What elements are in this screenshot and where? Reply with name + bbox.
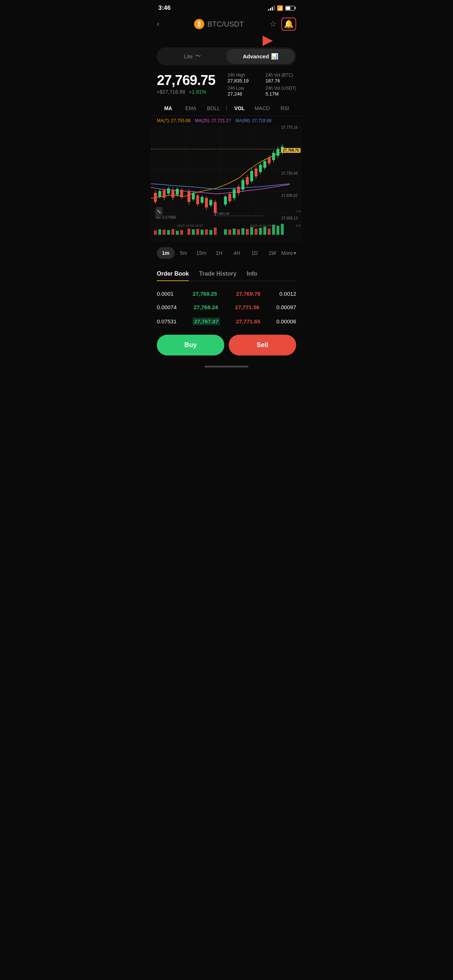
price-section: 27,769.75 ≈$27,716.98 +1.81% 24h High 27… [151,70,302,101]
svg-rect-73 [187,229,190,235]
low-stat: 24h Low 27,246 [228,86,258,97]
indicator-tabs: MA EMA BOLL VOL MACD RSI [151,101,302,116]
svg-rect-88 [259,228,262,235]
ma7-legend: MA(7): 27,755.68 [157,118,190,123]
status-bar: 3:46 📶 [151,0,302,14]
order-qty-right: 0.00097 [276,304,296,310]
btc-logo: ₿ [194,19,204,29]
header: ‹ ₿ BTC/USDT ☆ 🔔 [151,14,302,35]
svg-rect-69 [167,230,170,235]
vol-min: 0.0 [296,224,301,228]
tf-more-button[interactable]: More ▾ [281,250,296,256]
status-time: 3:46 [158,5,171,12]
time-label-2: 2023-10-04 15:30 [250,224,276,228]
lite-label: Lite [184,53,193,59]
svg-rect-85 [246,229,249,235]
ma99-label: MA(99): [235,118,251,123]
tab-info[interactable]: Info [247,267,263,281]
order-bid: 27,768.25 [193,291,217,297]
order-qty-left: 0.0001 [157,291,174,297]
vol-axis: 1.4 0.0 [296,209,301,228]
high-label: 24h High [228,73,258,78]
price-sub: ≈$27,716.98 +1.81% [157,89,215,95]
chart-area[interactable]: 27,661.55 27,775.16 27,76 [151,126,302,242]
vol-btc-value: 187.76 [266,78,296,83]
tf-1m[interactable]: 1m [157,247,175,259]
vol-usdt-label: 24h Vol (USDT) [266,86,296,91]
price-stats: 24h High 27,835.19 24h Vol (BTC) 187.76 … [228,73,296,97]
svg-rect-79 [214,228,217,235]
order-section: Order Book Trade History Info 0.0001 27,… [151,267,302,329]
ma7-label: MA(7): [157,118,170,123]
tf-4h[interactable]: 4H [228,247,246,259]
svg-rect-77 [205,229,208,235]
tf-5m[interactable]: 5m [175,247,193,259]
signal-icon [268,5,274,11]
favorite-icon[interactable]: ☆ [270,19,277,29]
order-qty-left: 0.00074 [157,304,177,310]
svg-rect-81 [228,230,231,235]
header-actions: ☆ 🔔 [270,18,296,30]
tab-order-book[interactable]: Order Book [157,267,195,281]
tab-trade-history[interactable]: Trade History [199,267,242,281]
tab-ma[interactable]: MA [157,103,179,113]
ma25-label: MA(25): [195,118,211,123]
action-buttons: Buy Sell [151,329,302,363]
tab-macd[interactable]: MACD [251,103,274,113]
tab-vol[interactable]: VOL [228,103,251,113]
usd-price: ≈$27,716.98 [157,89,185,95]
lite-chart-icon: 〜 [195,52,201,60]
lite-mode-button[interactable]: Lite 〜 [158,49,226,64]
order-row: 0.0001 27,768.25 27,769.78 0.0012 [157,287,296,301]
svg-rect-76 [201,230,204,235]
order-tabs: Order Book Trade History Info [157,267,296,281]
bell-wrapper[interactable]: 🔔 [281,18,296,30]
wifi-icon: 📶 [277,5,283,11]
svg-rect-72 [180,230,183,235]
order-book-rows: 0.0001 27,768.25 27,769.78 0.0012 0.0007… [157,287,296,329]
tab-ema[interactable]: EMA [179,103,202,113]
tf-15m[interactable]: 15m [192,247,210,259]
tf-1w[interactable]: 1W [263,247,281,259]
sell-button[interactable]: Sell [229,335,296,355]
back-button[interactable]: ‹ [157,19,169,29]
order-ask: 27,769.78 [236,291,260,297]
tab-rsi[interactable]: RSI [274,103,296,113]
order-bid-highlight: 27,767.07 [193,318,220,325]
svg-rect-90 [268,229,271,235]
order-qty-right: 0.0012 [279,291,296,297]
price-change: +1.81% [189,89,206,95]
svg-rect-66 [154,231,157,235]
svg-rect-68 [163,230,166,235]
svg-rect-86 [250,227,253,235]
advanced-mode-button[interactable]: Advanced 📊 [226,49,295,64]
volume-label: Vol: 0.57069 [155,215,176,220]
vol-btc-stat: 24h Vol (BTC) 187.76 [266,73,296,83]
home-bar [205,366,248,368]
red-arrow-icon [263,36,273,46]
ma99-value: 27,718.68 [252,118,271,123]
arrow-annotation [151,35,302,46]
svg-rect-71 [176,231,179,235]
timeframe-bar: 1m 5m 15m 1H 4H 1D 1W More ▾ [151,242,302,264]
tf-1h[interactable]: 1H [210,247,228,259]
main-price: 27,769.75 [157,73,215,88]
order-row: 0.00074 27,768.24 27,771.56 0.00097 [157,301,296,314]
indicator-divider [226,105,227,111]
order-bid: 27,768.24 [194,304,218,310]
fullscreen-button[interactable]: ⤡ [155,207,163,216]
bell-icon[interactable]: 🔔 [284,19,293,29]
order-row: 0.07531 27,767.07 27,771.65 0.00006 [157,314,296,329]
order-ask: 27,771.56 [235,304,259,310]
chevron-down-icon: ▾ [293,250,296,256]
vol-usdt-stat: 24h Vol (USDT) 5.17M [266,86,296,97]
svg-rect-83 [237,229,240,235]
tab-boll[interactable]: BOLL [202,103,225,113]
buy-button[interactable]: Buy [157,335,224,355]
time-axis: 2023-10-04 15:07 2023-10-04 15:30 [151,224,302,228]
tf-1d[interactable]: 1D [246,247,264,259]
svg-text:27,661.55: 27,661.55 [215,212,230,215]
svg-rect-70 [171,229,174,235]
tf-more-label: More [281,250,293,256]
order-ask: 27,771.65 [236,318,260,325]
